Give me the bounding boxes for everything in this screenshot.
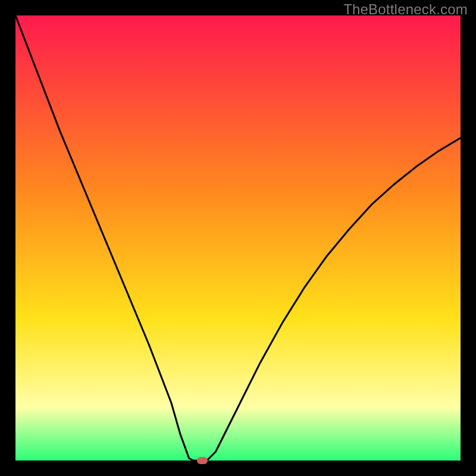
bottleneck-plot bbox=[15, 15, 461, 461]
min-point-marker bbox=[197, 457, 208, 464]
gradient-background bbox=[15, 15, 461, 461]
chart-frame: TheBottleneck.com bbox=[0, 0, 476, 476]
watermark-text: TheBottleneck.com bbox=[343, 1, 468, 18]
